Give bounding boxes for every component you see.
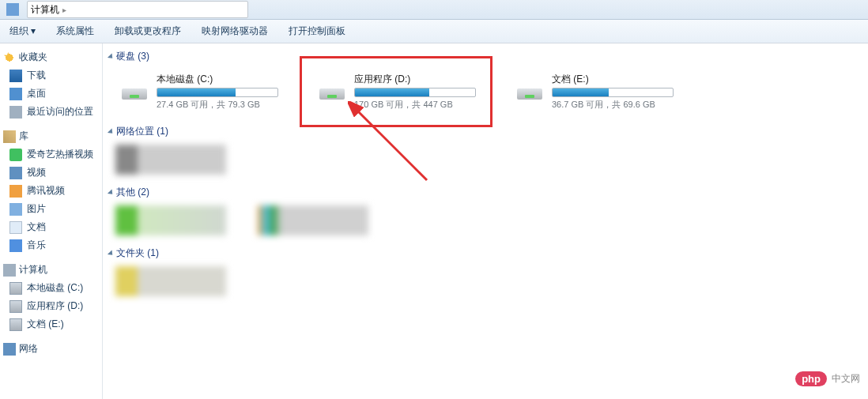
toolbar: 组织 ▾ 系统属性 卸载或更改程序 映射网络驱动器 打开控制面板 [0,20,868,43]
map-network-drive-button[interactable]: 映射网络驱动器 [198,23,271,40]
drive-icon [316,73,348,101]
sidebar-label: 计算机 [19,263,47,277]
watermark-badge: php [795,371,827,386]
sidebar-label: 库 [19,130,28,143]
main-area: 收藏夹 下载 桌面 最近访问的位置 库 爱奇艺热播视频 视频 腾讯视频 图片 文… [0,43,868,399]
chevron-down-icon [108,189,115,196]
watermark: php 中文网 [795,371,860,386]
organize-button[interactable]: 组织 ▾ [6,23,39,40]
chevron-down-icon [108,128,115,135]
list-item[interactable] [115,266,226,296]
watermark-text: 中文网 [832,372,860,386]
capacity-bar [354,88,476,97]
sidebar: 收藏夹 下载 桌面 最近访问的位置 库 爱奇艺热播视频 视频 腾讯视频 图片 文… [0,43,103,399]
chevron-down-icon [108,53,115,60]
drive-item-d[interactable]: 应用程序 (D:) 170 GB 可用，共 447 GB [313,70,479,114]
drive-icon [119,73,150,101]
sidebar-item-recent[interactable]: 最近访问的位置 [0,103,102,121]
sidebar-label: 网络 [19,342,38,356]
drive-icon [514,73,545,101]
document-icon [9,221,22,234]
section-header-other[interactable]: 其他 (2) [109,184,862,201]
computer-icon [3,264,16,277]
list-item[interactable] [115,205,226,235]
capacity-bar [157,88,278,97]
sidebar-item-drive-c[interactable]: 本地磁盘 (C:) [0,279,102,297]
sidebar-computer-header[interactable]: 计算机 [0,261,102,279]
sidebar-library-header[interactable]: 库 [0,127,102,145]
chevron-right-icon[interactable]: ▸ [62,6,66,14]
drive-icon [9,300,22,313]
system-properties-button[interactable]: 系统属性 [53,23,97,40]
library-icon [3,130,16,143]
sidebar-item-documents[interactable]: 文档 [0,218,102,236]
drive-item-c[interactable]: 本地磁盘 (C:) 27.4 GB 可用，共 79.3 GB [115,70,281,114]
picture-icon [9,203,22,216]
tencent-icon [9,185,22,198]
drive-icon [9,318,22,331]
sidebar-item-drive-d[interactable]: 应用程序 (D:) [0,297,102,315]
sidebar-favorites-header[interactable]: 收藏夹 [0,48,102,66]
sidebar-label: 收藏夹 [19,51,47,64]
sidebar-item-drive-e[interactable]: 文档 (E:) [0,315,102,333]
section-header-network[interactable]: 网络位置 (1) [109,123,862,140]
iqiyi-icon [9,149,22,161]
sidebar-item-tencent[interactable]: 腾讯视频 [0,182,102,200]
address-bar[interactable]: 计算机 ▸ [27,1,248,18]
sidebar-item-desktop[interactable]: 桌面 [0,85,102,103]
sidebar-item-downloads[interactable]: 下载 [0,66,102,85]
capacity-bar [552,88,674,97]
network-icon [3,343,16,356]
content-pane: 硬盘 (3) 本地磁盘 (C:) 27.4 GB 可用，共 79.3 GB 应用… [103,43,868,399]
recent-icon [9,106,22,119]
drive-icon [9,282,22,295]
uninstall-programs-button[interactable]: 卸载或更改程序 [111,23,184,40]
sidebar-item-video[interactable]: 视频 [0,164,102,182]
drive-item-e[interactable]: 文档 (E:) 36.7 GB 可用，共 69.6 GB [511,70,677,114]
sidebar-item-iqiyi[interactable]: 爱奇艺热播视频 [0,145,102,164]
sidebar-network-header[interactable]: 网络 [0,340,102,358]
list-item[interactable] [115,145,226,175]
section-header-folders[interactable]: 文件夹 (1) [109,245,862,262]
window-titlebar: 计算机 ▸ [0,0,868,20]
section-header-drives[interactable]: 硬盘 (3) [109,48,862,65]
list-item[interactable] [258,205,368,235]
computer-icon [6,3,19,16]
chevron-down-icon [108,250,115,257]
video-icon [9,167,22,179]
desktop-icon [9,88,22,100]
music-icon [9,239,22,252]
sidebar-item-pictures[interactable]: 图片 [0,200,102,218]
sidebar-item-music[interactable]: 音乐 [0,236,102,254]
drives-row: 本地磁盘 (C:) 27.4 GB 可用，共 79.3 GB 应用程序 (D:)… [109,70,862,114]
address-path: 计算机 [31,3,59,17]
download-icon [9,70,22,82]
star-icon [3,51,16,64]
open-control-panel-button[interactable]: 打开控制面板 [285,23,349,40]
